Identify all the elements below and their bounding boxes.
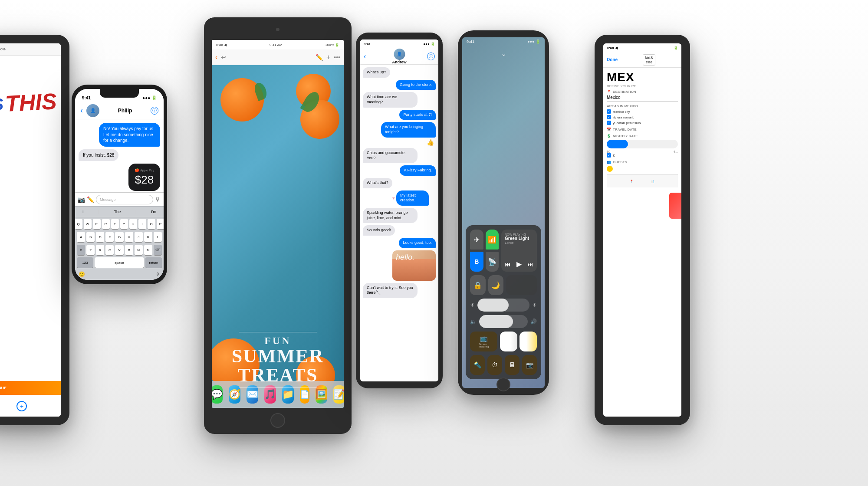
iphonex-back-button[interactable]: ‹ <box>80 106 83 115</box>
cc-white-slider[interactable] <box>500 332 517 351</box>
now-playing-title: Green Light <box>505 236 533 241</box>
rmsg-7: A Fizzy Fabring. <box>400 165 436 176</box>
cc-flashlight-button[interactable]: 🔦 <box>470 355 485 375</box>
ipad-left-orange-bar: CONTINUE <box>0 381 61 395</box>
key-space[interactable]: space <box>95 257 144 268</box>
key-f[interactable]: F <box>105 232 114 242</box>
broadcast-icon: 📡 <box>488 258 496 266</box>
key-v[interactable]: V <box>115 245 123 255</box>
key-u[interactable]: U <box>129 219 137 229</box>
bottom-nav-icon-2[interactable]: 📊 <box>651 180 655 183</box>
price-range-slider[interactable] <box>607 140 678 148</box>
key-123[interactable]: 123 <box>77 257 93 268</box>
predictive-2[interactable]: The <box>114 210 121 214</box>
key-b[interactable]: B <box>125 245 133 255</box>
areas-filter: AREAS IN MEXICO ✓ mexico city ✓ riviera … <box>607 104 678 125</box>
key-shift[interactable]: ⇧ <box>77 245 85 255</box>
ipad-left-plus-button[interactable]: + <box>16 401 27 411</box>
cc-airplane-button[interactable]: ✈ <box>470 230 483 250</box>
key-t[interactable]: T <box>111 219 119 229</box>
predictive-1[interactable]: I <box>82 210 84 214</box>
toolbar-pencil-button[interactable]: ✏️ <box>316 54 323 61</box>
key-e[interactable]: E <box>93 219 101 229</box>
key-j[interactable]: J <box>135 232 143 242</box>
iphone-cc-home-button[interactable] <box>496 378 510 391</box>
key-q[interactable]: Q <box>75 219 82 229</box>
cc-brightness-row: ☀ ☀ <box>470 299 537 312</box>
cc-now-playing: NOW PLAYING Green Light Lorde ⏮ ▶ ⏭ <box>501 230 537 272</box>
cc-do-not-disturb-button[interactable]: 🌙 <box>488 275 504 295</box>
key-s[interactable]: S <box>86 232 95 242</box>
key-d[interactable]: D <box>96 232 104 242</box>
audio-icon[interactable]: 🎙 <box>155 196 161 203</box>
toolbar-undo-button[interactable]: ↩ <box>221 54 226 61</box>
ipad-center-toolbar: ‹ ↩ ✏️ + ••• <box>212 49 344 65</box>
key-i[interactable]: I <box>138 219 146 229</box>
cc-unknown-button[interactable]: 📡 <box>486 252 499 272</box>
area-2-checkbox[interactable]: ✓ <box>607 115 611 119</box>
ipad-center-home-button[interactable] <box>270 413 285 428</box>
rewind-button[interactable]: ⏮ <box>505 261 511 268</box>
area-3-checkbox[interactable]: ✓ <box>607 121 611 125</box>
dock-notes[interactable]: 📝 <box>333 385 344 404</box>
cc-wifi-button[interactable]: 📶 <box>486 230 499 250</box>
cc-screen-mirror-button[interactable]: 📺 ScreenMirroring <box>470 332 497 351</box>
key-w[interactable]: W <box>84 219 92 229</box>
bottom-nav-icon-1[interactable]: 📍 <box>630 180 634 183</box>
fast-forward-button[interactable]: ⏭ <box>527 261 533 268</box>
key-g[interactable]: G <box>115 232 123 242</box>
currency-checkbox[interactable]: ✓ <box>607 153 611 158</box>
ipad-right-body: MEX REFINE YOUR RE... 📍 DESTINATION Mexi… <box>603 68 681 417</box>
key-m[interactable]: M <box>144 245 152 255</box>
camera-icon[interactable]: 📷 <box>78 196 85 203</box>
key-delete[interactable]: ⌫ <box>154 245 162 255</box>
key-p[interactable]: P <box>157 219 164 229</box>
key-return[interactable]: return <box>145 257 162 268</box>
key-n[interactable]: N <box>135 245 143 255</box>
mic-button[interactable]: 🎙 <box>156 272 160 277</box>
emoji-button[interactable]: 🙂 <box>79 271 85 277</box>
cc-camera-button[interactable]: 📷 <box>522 355 537 375</box>
key-r[interactable]: R <box>102 219 110 229</box>
play-pause-button[interactable]: ▶ <box>516 260 522 268</box>
rmsg-13: Can't wait to try it. See you there🔪 <box>363 283 418 298</box>
ipad-left-screen: ◀ iPad 100% ⬆ << IS THIS ? CONTINUE <box>0 43 61 417</box>
key-k[interactable]: K <box>144 232 152 242</box>
iphonex-info-button[interactable]: ⓘ <box>151 107 158 115</box>
handwriting-icon[interactable]: ✏️ <box>87 196 94 203</box>
key-x[interactable]: X <box>96 245 104 255</box>
dock-messages[interactable]: 💬 <box>212 385 223 404</box>
area-1-checkbox[interactable]: ✓ <box>607 109 611 114</box>
guests-filter: 👥 GUESTS <box>607 160 678 172</box>
cc-lock-rotation-button[interactable]: 🔒 <box>470 275 486 295</box>
toolbar-back-button[interactable]: ‹ <box>215 53 217 61</box>
key-o[interactable]: O <box>148 219 155 229</box>
predictive-3[interactable]: I'm <box>151 210 156 214</box>
ipad-center-content: iPad ◀ 9:41 AM 100% 🔋 ‹ ↩ ✏️ + ••• <box>212 40 344 408</box>
cc-timer-button[interactable]: ⏱ <box>487 355 502 375</box>
done-button[interactable]: Done <box>607 57 618 62</box>
red-side-button[interactable] <box>669 193 681 219</box>
key-a[interactable]: A <box>77 232 85 242</box>
cc-bluetooth-button[interactable]: B <box>470 252 483 272</box>
right-back-button[interactable]: ‹ <box>364 53 366 60</box>
rmsg-5: What are you bringing tonight? <box>381 122 436 137</box>
key-z[interactable]: Z <box>86 245 95 255</box>
toolbar-plus-button[interactable]: + <box>326 53 330 61</box>
device-ipad-right: iPad ◀ 🔋 Done kid&coe MEX REFINE YOUR RE… <box>595 35 690 425</box>
cc-calculator-button[interactable]: 🖩 <box>505 355 519 375</box>
handwriting-is-text: IS <box>0 96 4 113</box>
price-labels: $0 €... <box>607 150 678 153</box>
toolbar-more-button[interactable]: ••• <box>334 54 340 61</box>
key-h[interactable]: H <box>125 232 133 242</box>
right-info-button[interactable]: ⓘ <box>427 53 435 60</box>
cc-chevron-icon[interactable]: ⌄ <box>462 49 545 58</box>
key-y[interactable]: Y <box>120 219 128 229</box>
key-c[interactable]: C <box>105 245 114 255</box>
cc-yellow-slider[interactable] <box>519 332 537 351</box>
brightness-low-icon: ☀ <box>470 302 475 308</box>
message-input[interactable]: Message <box>96 195 153 204</box>
cc-volume-slider[interactable] <box>479 315 528 328</box>
key-l[interactable]: L <box>154 232 162 242</box>
cc-brightness-slider[interactable] <box>477 299 529 312</box>
